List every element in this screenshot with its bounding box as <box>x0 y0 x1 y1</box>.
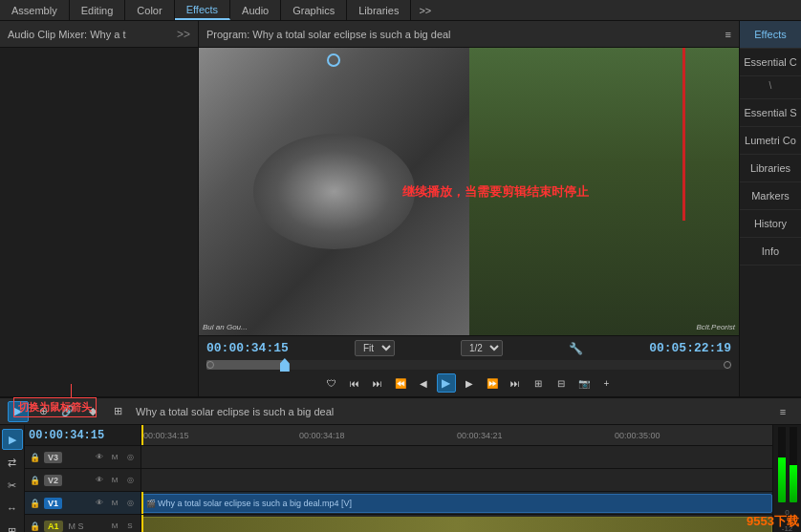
monitor-header: Program: Why a total solar eclipse is su… <box>199 21 739 48</box>
track-mute-v2[interactable]: M <box>108 474 121 487</box>
lock-v2[interactable]: 🔒 <box>29 475 40 486</box>
audio-waveform <box>141 517 772 532</box>
timeline-ruler: 00:00:34:15 00:00:34:18 00:00:34:21 00:0… <box>141 425 772 446</box>
rewind-btn[interactable]: ⏪ <box>391 373 410 393</box>
track-eye-v3[interactable]: 👁 <box>93 451 106 464</box>
nav-graphics[interactable]: Graphics <box>281 0 347 20</box>
lock-v1[interactable]: 🔒 <box>29 498 40 509</box>
clip-icon: 🎬 <box>146 500 156 508</box>
tool-ripple[interactable]: ⇄ <box>2 452 23 473</box>
left-panel-header: Audio Clip Mixer: Why a t >> <box>0 21 198 48</box>
tool-track[interactable]: ⊞ <box>2 521 23 532</box>
tool-slip[interactable]: ↔ <box>2 498 23 519</box>
tool-markers[interactable]: ◆ <box>82 401 103 422</box>
right-panel-essential-s[interactable]: Essential S <box>740 99 801 127</box>
clip-label-v1: Why a total solar eclipse is such a big … <box>158 499 352 508</box>
right-panel-info[interactable]: Info <box>740 238 801 266</box>
a1-label: M S <box>69 521 84 531</box>
track-mute-a1[interactable]: M <box>108 520 121 533</box>
timecode-marker <box>327 53 340 67</box>
video-left <box>199 48 469 335</box>
tool-razor[interactable]: ✂ <box>2 475 23 496</box>
scrubber-dot-right <box>724 361 731 369</box>
meter-panel: 0 -12 -24 <box>772 425 801 532</box>
insert-btn[interactable]: ⊞ <box>529 373 548 393</box>
video-split <box>199 48 739 335</box>
overwrite-btn[interactable]: ⊟ <box>552 373 571 393</box>
mark-in-btn[interactable]: 🛡 <box>322 373 341 393</box>
right-panel-backslash: \ <box>740 76 801 99</box>
step-back-btn[interactable]: ⏮ <box>345 373 364 393</box>
right-panel-libraries[interactable]: Libraries <box>740 155 801 182</box>
right-panel-lumetri[interactable]: Lumetri Co <box>740 127 801 155</box>
expand-btn[interactable]: >> <box>177 28 190 41</box>
go-end-btn[interactable]: ⏭ <box>506 373 525 393</box>
fit-select[interactable]: Fit <box>355 340 395 356</box>
step-prev-btn[interactable]: ◀ <box>414 373 433 393</box>
nav-more[interactable]: >> <box>411 5 439 16</box>
track-controls-v3: 👁 M ◎ <box>93 451 137 464</box>
meter-label-neg12: -12 <box>782 524 793 532</box>
right-panel-effects[interactable]: Effects <box>740 21 801 49</box>
track-controls-v1: 👁 M ◎ <box>93 497 137 510</box>
track-solo-v3[interactable]: ◎ <box>123 451 137 464</box>
right-panel-history[interactable]: History <box>740 210 801 238</box>
go-start-btn[interactable]: ⏭ <box>368 373 387 393</box>
tool-select[interactable]: ▶ <box>2 429 23 450</box>
add-btn[interactable]: + <box>597 373 617 393</box>
track-solo-a1[interactable]: S <box>123 520 137 533</box>
step-next-btn[interactable]: ▶ <box>460 373 479 393</box>
video-clip-v1[interactable]: 🎬 Why a total solar eclipse is such a bi… <box>141 494 772 513</box>
track-name-a1: A1 <box>44 521 63 532</box>
video-canvas: 继续播放，当需要剪辑结束时停止 <box>199 48 739 335</box>
monitor-menu-icon[interactable]: ≡ <box>725 29 731 40</box>
video-right <box>469 48 740 335</box>
scrubber-row[interactable] <box>206 360 731 370</box>
lock-v3[interactable]: 🔒 <box>29 452 40 463</box>
ruler-mark-1: 00:00:34:18 <box>299 431 345 440</box>
track-row-v2 <box>141 469 772 492</box>
resolution-select[interactable]: 1/2 <box>461 340 503 356</box>
right-panel: Effects Essential C \ Essential S Lumetr… <box>739 21 801 396</box>
tool-snap[interactable]: 🔗 <box>57 401 78 422</box>
timeline-title: Why a total solar eclipse is such a big … <box>136 406 765 417</box>
meter-bar-right <box>790 427 797 502</box>
timeline-body: ▶ ⇄ ✂ ↔ ⊞ 00:00:34:15 🔒 V3 👁 M ◎ <box>0 425 801 532</box>
track-name-v1: V1 <box>44 498 62 509</box>
track-eye-v2[interactable]: 👁 <box>93 474 106 487</box>
nav-effects[interactable]: Effects <box>175 0 230 20</box>
nav-color[interactable]: Color <box>125 0 174 20</box>
nav-audio[interactable]: Audio <box>230 0 281 20</box>
a1-playhead <box>141 515 143 532</box>
timeline-menu[interactable]: ≡ <box>772 401 793 422</box>
ruler-mark-0: 00:00:34:15 <box>143 431 189 440</box>
scrubber-dot-left <box>206 361 214 369</box>
tool-zoom[interactable]: ⊕ <box>32 401 54 422</box>
tool-linked[interactable]: ⊞ <box>107 401 128 422</box>
top-nav: Assembly Editing Color Effects Audio Gra… <box>0 0 801 21</box>
tools-panel: ▶ ⇄ ✂ ↔ ⊞ <box>0 425 25 532</box>
track-mute-v1[interactable]: M <box>108 497 121 510</box>
timecode-start[interactable]: 00:00:34:15 <box>206 341 289 355</box>
nav-libraries[interactable]: Libraries <box>347 0 411 20</box>
wrench-icon[interactable]: 🔧 <box>569 342 583 355</box>
monitor-controls: 00:00:34:15 Fit 1/2 🔧 00:05:22:19 <box>199 335 739 396</box>
track-name-v3: V3 <box>44 452 62 463</box>
right-panel-markers[interactable]: Markers <box>740 182 801 210</box>
lock-a1[interactable]: 🔒 <box>29 521 40 532</box>
export-frame-btn[interactable]: 📷 <box>574 373 594 393</box>
right-panel-essential-c[interactable]: Essential C <box>740 49 801 76</box>
fast-forward-btn[interactable]: ⏩ <box>483 373 502 393</box>
nav-editing[interactable]: Editing <box>70 0 126 20</box>
track-solo-v1[interactable]: ◎ <box>123 497 137 510</box>
tool-selection[interactable]: ▶ <box>8 401 29 422</box>
play-btn[interactable]: ▶ <box>437 373 456 393</box>
track-solo-v2[interactable]: ◎ <box>123 474 137 487</box>
nav-assembly[interactable]: Assembly <box>0 0 70 20</box>
meter-label-0: 0 <box>782 508 793 517</box>
playback-controls: 🛡 ⏮ ⏭ ⏪ ◀ ▶ ▶ ⏩ ⏭ ⊞ ⊟ 📷 + <box>206 372 731 394</box>
track-timecode[interactable]: 00:00:34:15 <box>29 429 104 442</box>
track-mute-v3[interactable]: M <box>108 451 121 464</box>
track-eye-v1[interactable]: 👁 <box>93 497 106 510</box>
meter-bar-left <box>778 427 786 502</box>
